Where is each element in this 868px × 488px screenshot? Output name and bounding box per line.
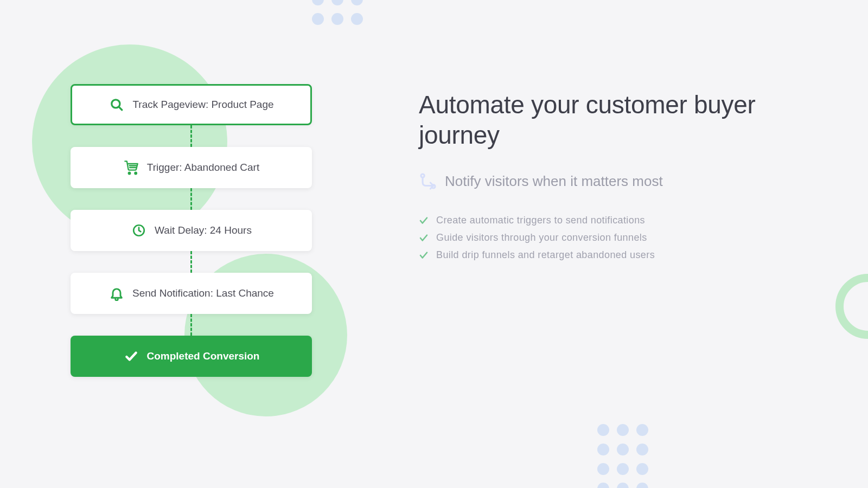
svg-point-2 <box>129 172 131 175</box>
flow-panel: Track Pageview: Product Page Trigger: Ab… <box>0 0 412 488</box>
route-icon <box>419 172 437 190</box>
step-label: Wait Delay: 24 Hours <box>155 224 252 236</box>
feature-text: Guide visitors through your conversion f… <box>436 232 647 243</box>
connector <box>190 188 192 210</box>
content-panel: Automate your customer buyer journey Not… <box>412 0 868 488</box>
step-wait[interactable]: Wait Delay: 24 Hours <box>71 210 312 251</box>
check-icon <box>419 216 429 226</box>
svg-point-3 <box>135 172 137 175</box>
journey-flow: Track Pageview: Product Page Trigger: Ab… <box>71 84 312 377</box>
connector <box>190 125 192 147</box>
step-label: Track Pageview: Product Page <box>132 99 273 111</box>
check-icon <box>123 348 139 364</box>
feature-item: Create automatic triggers to send notifi… <box>419 215 803 226</box>
bell-icon <box>108 285 125 301</box>
check-icon <box>419 251 429 260</box>
step-label: Trigger: Abandoned Cart <box>147 162 259 174</box>
connector <box>190 251 192 273</box>
step-label: Completed Conversion <box>147 350 260 362</box>
connector <box>190 314 192 336</box>
feature-item: Build drip funnels and retarget abandone… <box>419 249 803 261</box>
cart-icon <box>123 159 139 176</box>
headline: Automate your customer buyer journey <box>419 89 803 150</box>
svg-line-1 <box>119 107 123 110</box>
feature-item: Guide visitors through your conversion f… <box>419 232 803 243</box>
search-icon <box>108 97 125 113</box>
clock-icon <box>131 222 147 239</box>
feature-list: Create automatic triggers to send notifi… <box>419 215 803 261</box>
step-label: Send Notification: Last Chance <box>132 287 274 299</box>
page-container: Track Pageview: Product Page Trigger: Ab… <box>0 0 868 488</box>
subtitle: Notify visitors when it matters most <box>445 173 663 190</box>
feature-text: Create automatic triggers to send notifi… <box>436 215 645 226</box>
check-icon <box>419 233 429 243</box>
feature-text: Build drip funnels and retarget abandone… <box>436 249 655 261</box>
step-completed[interactable]: Completed Conversion <box>71 336 312 377</box>
step-track-pageview[interactable]: Track Pageview: Product Page <box>71 84 312 125</box>
subtitle-row: Notify visitors when it matters most <box>419 172 803 190</box>
step-trigger[interactable]: Trigger: Abandoned Cart <box>71 147 312 188</box>
step-notification[interactable]: Send Notification: Last Chance <box>71 273 312 314</box>
